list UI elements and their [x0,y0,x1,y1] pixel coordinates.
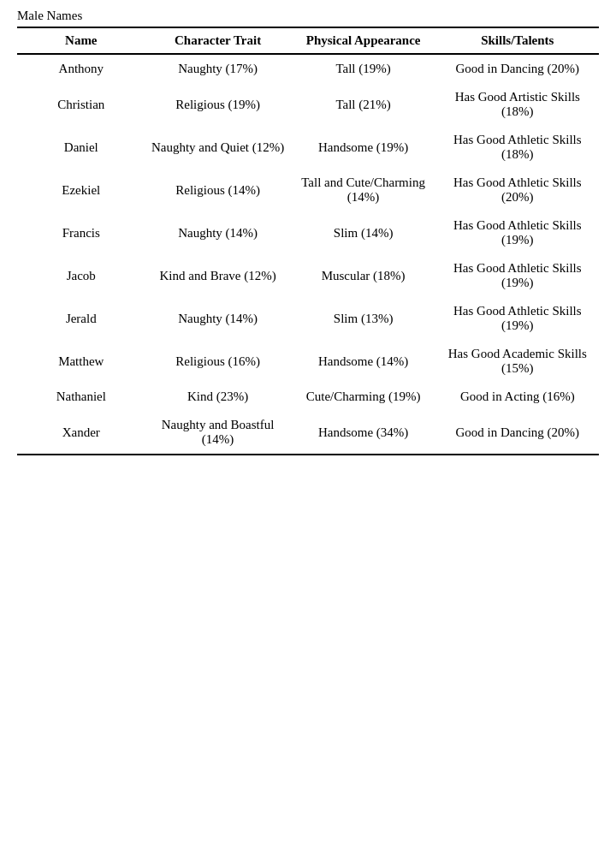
header-skills: Skills/Talents [436,27,599,54]
cell-name: Francis [17,211,145,254]
cell-skills: Has Good Athletic Skills (18%) [436,126,599,169]
cell-name: Ezekiel [17,169,145,211]
data-table: Name Character Trait Physical Appearance… [17,27,599,455]
table-row: FrancisNaughty (14%)Slim (14%)Has Good A… [17,211,599,254]
cell-skills: Has Good Artistic Skills (18%) [436,83,599,126]
table-row: AnthonyNaughty (17%)Tall (19%)Good in Da… [17,54,599,83]
cell-skills: Good in Dancing (20%) [436,54,599,83]
header-trait: Character Trait [145,27,291,54]
table-row: XanderNaughty and Boastful (14%)Handsome… [17,411,599,455]
cell-appearance: Tall (19%) [291,54,436,83]
cell-name: Matthew [17,340,145,383]
table-row: NathanielKind (23%)Cute/Charming (19%)Go… [17,383,599,411]
cell-name: Xander [17,411,145,455]
header-name: Name [17,27,145,54]
cell-trait: Naughty (14%) [145,297,291,340]
cell-trait: Kind and Brave (12%) [145,254,291,297]
cell-skills: Good in Acting (16%) [436,383,599,411]
cell-trait: Naughty and Boastful (14%) [145,411,291,455]
cell-appearance: Handsome (34%) [291,411,436,455]
cell-appearance: Handsome (14%) [291,340,436,383]
cell-name: Christian [17,83,145,126]
cell-skills: Has Good Academic Skills (15%) [436,340,599,383]
table-row: MatthewReligious (16%)Handsome (14%)Has … [17,340,599,383]
cell-name: Jacob [17,254,145,297]
table-row: JacobKind and Brave (12%)Muscular (18%)H… [17,254,599,297]
cell-appearance: Cute/Charming (19%) [291,383,436,411]
cell-trait: Naughty (17%) [145,54,291,83]
cell-skills: Has Good Athletic Skills (19%) [436,211,599,254]
cell-skills: Has Good Athletic Skills (19%) [436,297,599,340]
cell-appearance: Tall and Cute/Charming (14%) [291,169,436,211]
cell-trait: Religious (14%) [145,169,291,211]
cell-skills: Good in Dancing (20%) [436,411,599,455]
cell-name: Jerald [17,297,145,340]
page-title: Male Names [17,9,599,23]
cell-trait: Naughty and Quiet (12%) [145,126,291,169]
cell-appearance: Slim (14%) [291,211,436,254]
cell-name: Daniel [17,126,145,169]
cell-appearance: Tall (21%) [291,83,436,126]
table-row: EzekielReligious (14%)Tall and Cute/Char… [17,169,599,211]
cell-appearance: Muscular (18%) [291,254,436,297]
cell-name: Nathaniel [17,383,145,411]
cell-trait: Kind (23%) [145,383,291,411]
table-row: JeraldNaughty (14%)Slim (13%)Has Good At… [17,297,599,340]
cell-name: Anthony [17,54,145,83]
cell-skills: Has Good Athletic Skills (20%) [436,169,599,211]
table-row: DanielNaughty and Quiet (12%)Handsome (1… [17,126,599,169]
table-row: ChristianReligious (19%)Tall (21%)Has Go… [17,83,599,126]
cell-trait: Religious (19%) [145,83,291,126]
cell-appearance: Handsome (19%) [291,126,436,169]
cell-trait: Naughty (14%) [145,211,291,254]
header-appearance: Physical Appearance [291,27,436,54]
cell-skills: Has Good Athletic Skills (19%) [436,254,599,297]
cell-trait: Religious (16%) [145,340,291,383]
cell-appearance: Slim (13%) [291,297,436,340]
